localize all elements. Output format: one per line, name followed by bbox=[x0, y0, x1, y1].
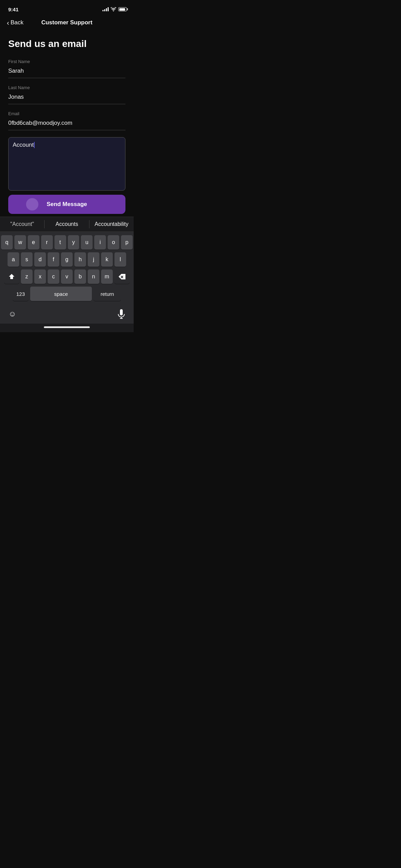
key-d[interactable]: d bbox=[34, 252, 46, 267]
key-a[interactable]: a bbox=[8, 252, 19, 267]
autocomplete-item-1[interactable]: Accounts bbox=[45, 218, 89, 231]
key-l[interactable]: l bbox=[114, 252, 126, 267]
keyboard-row-4: 123 space return bbox=[1, 287, 133, 301]
key-c[interactable]: c bbox=[48, 269, 59, 284]
home-indicator-area bbox=[0, 324, 134, 332]
numbers-label: 123 bbox=[16, 291, 25, 297]
nav-bar: ‹ Back Customer Support bbox=[0, 16, 134, 32]
key-s[interactable]: s bbox=[21, 252, 33, 267]
keyboard: q w e r t y u i o p a s d f g h j k l z … bbox=[0, 232, 134, 305]
space-label: space bbox=[54, 291, 68, 297]
key-u[interactable]: u bbox=[81, 235, 93, 250]
key-j[interactable]: j bbox=[88, 252, 99, 267]
autocomplete-item-0[interactable]: "Account" bbox=[0, 218, 44, 231]
email-label: Email bbox=[8, 111, 125, 116]
autocomplete-item-2[interactable]: Accountability bbox=[89, 218, 134, 231]
nav-title: Customer Support bbox=[41, 19, 92, 26]
send-button-label: Send Message bbox=[47, 201, 87, 207]
key-q[interactable]: q bbox=[1, 235, 13, 250]
autocomplete-bar: "Account" Accounts Accountability bbox=[0, 217, 134, 232]
key-i[interactable]: i bbox=[94, 235, 106, 250]
autocomplete-text-1: Accounts bbox=[56, 221, 78, 227]
text-cursor bbox=[34, 142, 35, 148]
emoji-button[interactable]: ☺ bbox=[5, 307, 19, 321]
last-name-label: Last Name bbox=[8, 85, 125, 90]
key-n[interactable]: n bbox=[88, 269, 99, 284]
svg-rect-0 bbox=[120, 309, 123, 315]
keyboard-row-1: q w e r t y u i o p bbox=[1, 235, 133, 250]
key-t[interactable]: t bbox=[54, 235, 66, 250]
message-textarea[interactable]: Account bbox=[13, 142, 121, 186]
status-time: 9:41 bbox=[8, 7, 19, 12]
back-label: Back bbox=[11, 19, 24, 26]
key-x[interactable]: x bbox=[34, 269, 46, 284]
first-name-input[interactable] bbox=[8, 66, 125, 78]
key-m[interactable]: m bbox=[101, 269, 113, 284]
last-name-field: Last Name bbox=[8, 85, 125, 104]
key-z[interactable]: z bbox=[21, 269, 33, 284]
key-p[interactable]: p bbox=[121, 235, 133, 250]
message-area-wrapper[interactable]: Account bbox=[8, 137, 125, 191]
key-f[interactable]: f bbox=[48, 252, 59, 267]
keyboard-row-2: a s d f g h j k l bbox=[1, 252, 133, 267]
autocomplete-text-0: "Account" bbox=[10, 221, 34, 227]
email-field-wrapper: Email bbox=[8, 111, 125, 130]
last-name-input[interactable] bbox=[8, 92, 125, 104]
shift-key[interactable] bbox=[4, 269, 19, 284]
space-key[interactable]: space bbox=[30, 287, 92, 301]
keyboard-bottom: ☺ bbox=[0, 305, 134, 324]
key-k[interactable]: k bbox=[101, 252, 113, 267]
send-message-button[interactable]: Send Message bbox=[8, 195, 125, 214]
status-bar: 9:41 bbox=[0, 0, 134, 16]
message-text: Account bbox=[13, 142, 34, 148]
first-name-field: First Name bbox=[8, 59, 125, 78]
status-icons bbox=[102, 7, 127, 11]
key-w[interactable]: w bbox=[14, 235, 26, 250]
key-v[interactable]: v bbox=[61, 269, 73, 284]
key-g[interactable]: g bbox=[61, 252, 73, 267]
key-o[interactable]: o bbox=[108, 235, 119, 250]
back-button[interactable]: ‹ Back bbox=[7, 19, 23, 26]
return-key[interactable]: return bbox=[94, 287, 121, 301]
home-indicator bbox=[44, 326, 90, 328]
key-e[interactable]: e bbox=[28, 235, 39, 250]
form-heading: Send us an email bbox=[8, 38, 125, 49]
key-b[interactable]: b bbox=[74, 269, 86, 284]
keyboard-row-3: z x c v b n m bbox=[1, 269, 133, 284]
autocomplete-text-2: Accountability bbox=[95, 221, 129, 227]
send-button-wrapper: Send Message bbox=[0, 191, 134, 217]
mic-button[interactable] bbox=[114, 307, 128, 321]
first-name-label: First Name bbox=[8, 59, 125, 64]
wifi-icon bbox=[111, 7, 116, 11]
back-chevron-icon: ‹ bbox=[7, 19, 9, 26]
button-ripple bbox=[26, 198, 38, 210]
numbers-key[interactable]: 123 bbox=[13, 287, 28, 301]
key-y[interactable]: y bbox=[68, 235, 80, 250]
form-container: Send us an email First Name Last Name Em… bbox=[0, 32, 134, 130]
return-label: return bbox=[100, 291, 114, 297]
email-input[interactable] bbox=[8, 118, 125, 130]
key-r[interactable]: r bbox=[41, 235, 53, 250]
battery-icon bbox=[118, 7, 127, 11]
key-h[interactable]: h bbox=[74, 252, 86, 267]
signal-icon bbox=[102, 7, 109, 11]
backspace-key[interactable] bbox=[114, 269, 130, 284]
